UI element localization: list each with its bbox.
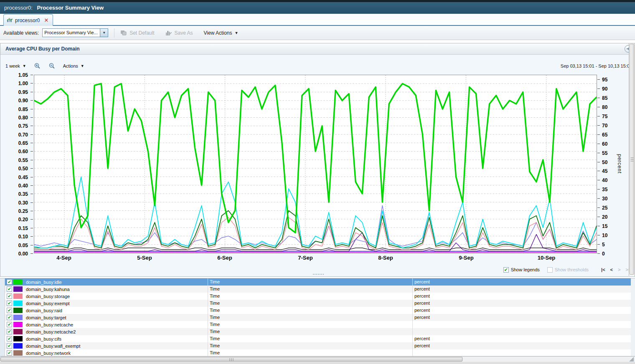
window-bottom-edge <box>0 362 635 364</box>
legend-row[interactable]: ✔domain_busy:idleTimepercent <box>5 278 631 286</box>
legend-left-gutter <box>0 278 5 356</box>
time-range-value: 1 week <box>5 63 20 68</box>
legend-series-name: domain_busy:cifs <box>23 336 208 341</box>
splitter-grip[interactable] <box>313 274 324 276</box>
x-axis-tick-label: 10-Sep <box>532 255 561 261</box>
view-actions-button[interactable]: View Actions ▼ <box>204 30 239 36</box>
left-axis-tick-mark <box>30 168 33 169</box>
legend-series-name: domain_busy:target <box>23 315 208 320</box>
previous-page-button[interactable]: < <box>610 267 613 272</box>
legend-color-swatch <box>13 322 23 327</box>
legend-row[interactable]: ✔domain_busy:targetTimepercent <box>5 314 631 321</box>
save-as-label: Save As <box>175 30 193 36</box>
first-page-button[interactable]: |< <box>601 267 605 272</box>
legend-counter-cell: Time <box>208 293 412 300</box>
tab-processor0[interactable]: processor0 ✕ <box>3 14 53 26</box>
show-legends-checkbox[interactable]: ✔ <box>503 267 509 273</box>
left-axis-tick-mark <box>30 194 33 194</box>
caret-down-icon: ▼ <box>23 64 26 68</box>
legend-row[interactable]: ✔domain_busy:netcache2Time <box>5 328 631 335</box>
legend-row[interactable]: ✔domain_busy:networkTime <box>5 349 631 356</box>
combo-caret-button[interactable]: ▼ <box>100 28 108 37</box>
right-axis-tick-label: 5 <box>602 242 605 248</box>
legend-checkbox[interactable]: ✔ <box>7 279 12 285</box>
legend-row[interactable]: ✔domain_busy:storageTimepercent <box>5 293 631 300</box>
legend-row[interactable]: ✔domain_busy:kahunaTimepercent <box>5 286 631 293</box>
legend-checkbox[interactable]: ✔ <box>7 315 12 320</box>
legend-checkbox[interactable]: ✔ <box>7 336 12 341</box>
legend-row[interactable]: ✔domain_busy:cifsTimepercent <box>5 335 631 342</box>
right-axis-tick-mark <box>597 235 600 235</box>
left-axis-tick-label: 0.10 <box>18 234 28 240</box>
legend-color-swatch <box>13 308 23 313</box>
legend-unit-cell <box>412 349 614 356</box>
green-check-icon: ✔ <box>504 268 508 272</box>
left-y-axis: 0.000.050.100.150.200.250.300.350.400.45… <box>0 75 33 254</box>
zoom-in-button[interactable] <box>34 63 41 69</box>
left-axis-tick-label: 0.00 <box>18 251 28 257</box>
legend-color-swatch <box>13 350 23 356</box>
legend-checkbox[interactable]: ✔ <box>7 286 12 292</box>
legend-row[interactable]: ✔domain_busy:exemptTimepercent <box>5 300 631 307</box>
view-titlebar: processor0: Processor Summary View <box>0 2 635 14</box>
cpu-busy-chart <box>34 75 597 253</box>
plot-area[interactable] <box>34 75 597 253</box>
green-check-icon: ✔ <box>8 287 11 291</box>
legend-row[interactable]: ✔domain_busy:wafl_exemptTimepercent <box>5 342 631 349</box>
legend-unit-cell: percent <box>412 286 614 293</box>
left-axis-tick-label: 0.75 <box>18 123 28 129</box>
right-axis-tick-mark <box>597 153 600 153</box>
close-tab-icon[interactable]: ✕ <box>44 17 48 23</box>
left-axis-tick-label: 0.30 <box>18 200 28 206</box>
chart-actions-dropdown[interactable]: Actions ▼ <box>63 63 84 68</box>
legend-checkbox[interactable]: ✔ <box>7 293 12 299</box>
left-axis-tick-mark <box>30 160 33 160</box>
legend-checkbox[interactable]: ✔ <box>7 301 12 306</box>
legend-series-name: domain_busy:raid <box>23 308 208 313</box>
legend-series-name: domain_busy:storage <box>23 294 208 299</box>
available-views-combo[interactable]: Processor Summary Vie... ▼ <box>42 28 108 37</box>
horizontal-scrollbar-thumb[interactable] <box>0 357 462 361</box>
horizontal-scrollbar[interactable] <box>0 356 635 362</box>
scrollbar-grip-icon <box>230 358 234 361</box>
series-line-domain_busy:raid <box>34 211 597 248</box>
right-axis-tick-mark <box>597 134 600 135</box>
app-window: processor0: Processor Summary View proce… <box>0 0 635 364</box>
legend-counter-cell: Time <box>208 314 412 321</box>
set-default-button[interactable]: Set Default <box>120 30 154 36</box>
legend-unit-cell <box>412 321 614 328</box>
right-axis-tick-label: 55 <box>602 150 607 156</box>
left-axis-tick-mark <box>30 92 33 92</box>
legend-checkbox[interactable]: ✔ <box>7 322 12 327</box>
legend-checkbox[interactable]: ✔ <box>7 329 12 334</box>
legend-row[interactable]: ✔domain_busy:netcacheTime <box>5 321 631 328</box>
legend-unit-cell <box>412 328 614 335</box>
right-axis-tick-label: 65 <box>602 132 607 138</box>
x-axis-tick-label: 8-Sep <box>371 255 400 261</box>
left-axis-tick-mark <box>30 151 33 152</box>
page-navigation: |< < > >| <box>596 267 630 272</box>
legend-counter-cell: Time <box>208 342 412 349</box>
right-axis-tick-mark <box>597 217 600 217</box>
x-axis-tick-label: 4-Sep <box>49 255 79 261</box>
time-range-dropdown[interactable]: 1 week ▼ <box>5 63 26 68</box>
legend-checkbox[interactable]: ✔ <box>7 308 12 313</box>
legend-checkbox[interactable]: ✔ <box>7 343 12 349</box>
legend-row[interactable]: ✔domain_busy:raidTimepercent <box>5 307 631 314</box>
resize-grip-icon[interactable] <box>629 357 634 361</box>
legend-checkbox[interactable]: ✔ <box>7 350 12 356</box>
vertical-scrollbar-thumb[interactable] <box>630 44 634 275</box>
available-views-value[interactable]: Processor Summary Vie... <box>42 28 100 37</box>
right-axis-tick-mark <box>597 162 600 162</box>
vertical-scrollbar[interactable] <box>629 43 635 276</box>
show-thresholds-checkbox[interactable] <box>547 267 553 273</box>
left-axis-tick-label: 0.20 <box>18 217 28 222</box>
tab-strip: processor0 ✕ <box>0 14 635 26</box>
left-axis-tick-mark <box>30 134 33 135</box>
legend-color-swatch <box>13 293 23 299</box>
zoom-out-button[interactable] <box>48 63 56 69</box>
next-page-button[interactable]: > <box>618 267 620 272</box>
x-axis-tick-label: 5-Sep <box>130 255 159 261</box>
save-as-button[interactable]: Save As <box>165 30 193 36</box>
right-axis-tick-label: 15 <box>602 223 607 229</box>
